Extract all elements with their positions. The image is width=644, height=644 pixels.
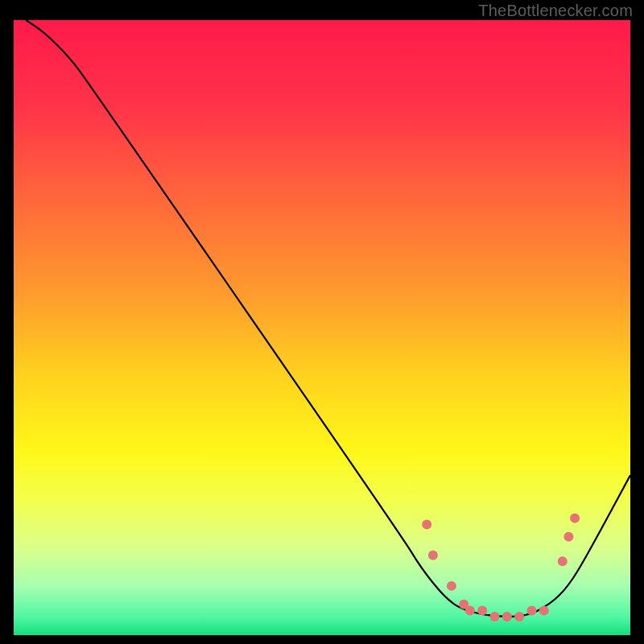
highlight-dot xyxy=(514,612,524,621)
highlight-dot xyxy=(502,612,512,621)
highlight-dot xyxy=(447,581,456,591)
highlight-dot xyxy=(422,519,431,529)
highlight-dot xyxy=(477,605,487,615)
highlight-dot xyxy=(539,605,549,615)
plot-area xyxy=(14,20,630,635)
highlight-dot xyxy=(570,514,580,523)
chart-frame: TheBottlenecker.com xyxy=(0,0,644,644)
highlight-dot xyxy=(465,605,475,615)
curve-layer xyxy=(14,20,630,635)
highlight-dot xyxy=(558,556,568,566)
bottleneck-curve xyxy=(26,20,630,617)
highlight-dot xyxy=(428,551,438,560)
highlight-dot xyxy=(526,605,536,615)
highlight-dot xyxy=(489,612,499,621)
highlight-dots xyxy=(422,514,580,621)
highlight-dot xyxy=(564,532,573,542)
